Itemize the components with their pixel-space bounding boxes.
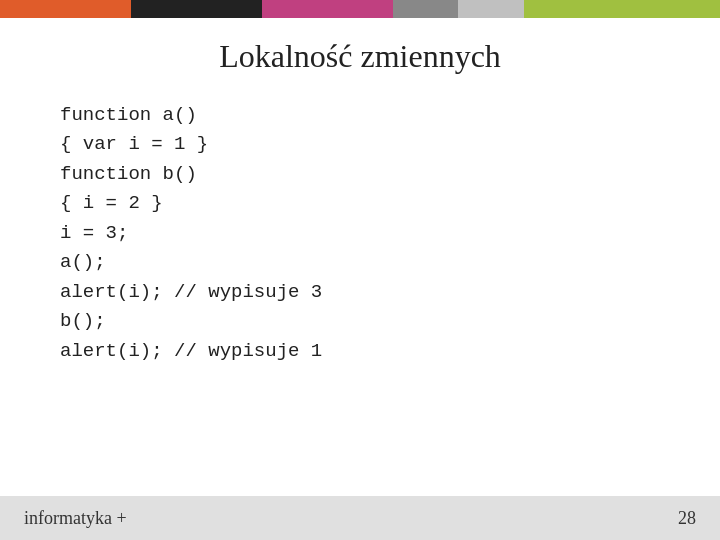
code-line-9: alert(i); // wypisuje 1 — [60, 337, 720, 366]
footer-page-number: 28 — [678, 508, 696, 529]
top-bar-segment-3 — [262, 0, 393, 18]
code-line-2: { var i = 1 } — [60, 130, 720, 159]
top-bar-segment-4 — [393, 0, 458, 18]
top-bar — [0, 0, 720, 18]
top-bar-segment-5 — [458, 0, 523, 18]
code-line-5: i = 3; — [60, 219, 720, 248]
code-line-8: b(); — [60, 307, 720, 336]
code-line-1: function a() — [60, 101, 720, 130]
top-bar-segment-2 — [131, 0, 262, 18]
code-line-4: { i = 2 } — [60, 189, 720, 218]
code-line-7: alert(i); // wypisuje 3 — [60, 278, 720, 307]
footer-label: informatyka + — [24, 508, 127, 529]
code-line-6: a(); — [60, 248, 720, 277]
footer: informatyka + 28 — [0, 496, 720, 540]
code-line-3: function b() — [60, 160, 720, 189]
top-bar-segment-1 — [0, 0, 131, 18]
top-bar-segment-6 — [524, 0, 720, 18]
code-block: function a() { var i = 1 } function b() … — [0, 101, 720, 366]
slide-title: Lokalność zmiennych — [0, 18, 720, 93]
